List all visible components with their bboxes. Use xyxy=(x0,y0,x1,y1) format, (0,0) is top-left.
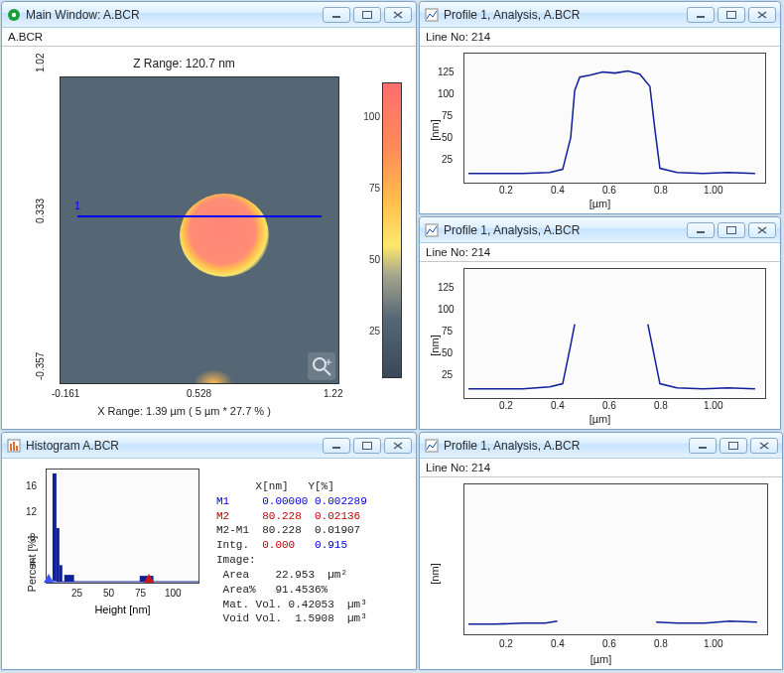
close-button[interactable] xyxy=(384,7,412,23)
svg-rect-18 xyxy=(332,447,340,449)
maximize-button[interactable] xyxy=(719,438,747,454)
xtick: 50 xyxy=(103,588,114,599)
histogram-title: Histogram A.BCR xyxy=(26,439,323,453)
profile2-titlebar[interactable]: Profile 1, Analysis, A.BCR xyxy=(420,217,780,243)
histogram-icon xyxy=(6,438,22,454)
svg-rect-16 xyxy=(13,442,15,451)
ytick: 50 xyxy=(442,347,453,358)
svg-rect-20 xyxy=(53,473,57,581)
histogram-chart[interactable] xyxy=(46,469,199,584)
ytick: 12 xyxy=(26,506,37,517)
xtick: 0.8 xyxy=(654,638,668,649)
colorbar-tick: 100 xyxy=(363,111,380,122)
profile-y-label: [nm] xyxy=(429,335,441,355)
svg-point-4 xyxy=(314,358,326,370)
app-icon xyxy=(6,7,22,23)
histogram-x-label: Height [nm] xyxy=(46,604,199,615)
heatmap-image[interactable]: 1 xyxy=(60,76,339,384)
stat-voidvol: Void Vol. 1.5908 µm³ xyxy=(216,612,367,624)
chart-icon xyxy=(424,222,440,238)
main-window: Main Window: A.BCR A.BCR Z Range: 120.7 … xyxy=(1,1,417,430)
svg-line-5 xyxy=(325,369,330,375)
stat-intg-a: 0.000 xyxy=(262,539,295,551)
close-button[interactable] xyxy=(750,438,778,454)
profile-x-label: [µm] xyxy=(420,413,780,425)
svg-point-1 xyxy=(12,12,16,16)
xtick: 0.4 xyxy=(551,400,565,411)
heatmap-area[interactable]: 1 xyxy=(60,76,339,384)
colorbar xyxy=(382,82,402,378)
xtick: 0.6 xyxy=(602,638,616,649)
svg-rect-17 xyxy=(16,446,18,451)
colorbar-tick: 50 xyxy=(369,254,380,265)
heatmap-plot[interactable]: Z Range: 120.7 nm Y Range: 5 µm ( 5 µm *… xyxy=(2,47,416,429)
ytick: 125 xyxy=(438,282,455,293)
minimize-button[interactable] xyxy=(687,7,715,23)
minimize-button[interactable] xyxy=(687,222,715,238)
profile2-chart[interactable] xyxy=(463,268,766,399)
profile2-title: Profile 1, Analysis, A.BCR xyxy=(444,223,687,237)
scan-line[interactable] xyxy=(77,215,322,217)
svg-rect-8 xyxy=(426,9,438,21)
ytick: 100 xyxy=(438,304,455,315)
zoom-icon[interactable] xyxy=(308,352,335,380)
profile-y-label: [nm] xyxy=(429,119,441,140)
x-axis-label: X Range: 1.39 µm ( 5 µm * 27.7 % ) xyxy=(2,405,366,417)
svg-rect-11 xyxy=(426,224,438,236)
maximize-button[interactable] xyxy=(353,438,381,454)
marker-m1[interactable] xyxy=(44,574,54,583)
main-titlebar[interactable]: Main Window: A.BCR xyxy=(2,2,416,28)
minimize-button[interactable] xyxy=(689,438,717,454)
stat-image-label: Image: xyxy=(216,554,256,566)
close-button[interactable] xyxy=(384,438,412,454)
profile-window-1: Profile 1, Analysis, A.BCR Line No: 214 … xyxy=(419,1,781,214)
xtick: 0.2 xyxy=(499,185,513,196)
stat-intg-b: 0.915 xyxy=(315,539,347,551)
xtick: 100 xyxy=(165,588,182,599)
xtick: 0.2 xyxy=(499,638,513,649)
profile-y-label: [nm] xyxy=(429,563,441,584)
chart-icon xyxy=(424,7,440,23)
scan-line-label: 1 xyxy=(74,200,80,211)
profile1-title: Profile 1, Analysis, A.BCR xyxy=(444,8,687,22)
profile1-titlebar[interactable]: Profile 1, Analysis, A.BCR xyxy=(420,2,780,28)
maximize-button[interactable] xyxy=(718,7,745,23)
ytick: 50 xyxy=(442,132,453,143)
close-button[interactable] xyxy=(748,222,776,238)
maximize-button[interactable] xyxy=(718,222,745,238)
xtick: 25 xyxy=(71,588,82,599)
chart-icon xyxy=(424,438,440,454)
svg-rect-3 xyxy=(363,11,372,18)
svg-rect-10 xyxy=(727,11,736,18)
ytick: 16 xyxy=(26,480,37,491)
ytick: 75 xyxy=(442,110,453,121)
y-tick: 1.02 xyxy=(35,54,46,72)
ytick: 75 xyxy=(442,326,453,336)
histogram-titlebar[interactable]: Histogram A.BCR xyxy=(2,433,416,459)
profile3-subheader: Line No: 214 xyxy=(420,459,782,477)
profile-x-label: [µm] xyxy=(420,653,782,665)
close-button[interactable] xyxy=(748,7,776,23)
minimize-button[interactable] xyxy=(323,7,350,23)
ytick: 100 xyxy=(438,88,455,99)
xtick: 1.00 xyxy=(704,638,722,649)
stats-header: X[nm] Y[%] xyxy=(216,480,334,492)
svg-rect-26 xyxy=(426,440,438,452)
ytick: 125 xyxy=(438,67,455,77)
main-subheader: A.BCR xyxy=(2,28,416,47)
profile3-titlebar[interactable]: Profile 1, Analysis, A.BCR xyxy=(420,433,782,459)
ytick: 25 xyxy=(442,154,453,165)
marker-m2[interactable] xyxy=(144,574,154,583)
stat-area-pct: Area% 91.4536% xyxy=(216,584,327,596)
main-title: Main Window: A.BCR xyxy=(26,8,323,22)
svg-rect-15 xyxy=(10,444,12,451)
ytick: 25 xyxy=(442,369,453,380)
profile1-chart[interactable] xyxy=(463,53,766,184)
profile3-title: Profile 1, Analysis, A.BCR xyxy=(444,439,689,453)
x-tick: -0.161 xyxy=(52,388,79,399)
maximize-button[interactable] xyxy=(353,7,381,23)
profile3-chart[interactable] xyxy=(463,483,768,635)
stat-m1: M1 0.00000 0.002289 xyxy=(216,495,367,507)
minimize-button[interactable] xyxy=(323,438,350,454)
svg-rect-19 xyxy=(363,442,372,449)
